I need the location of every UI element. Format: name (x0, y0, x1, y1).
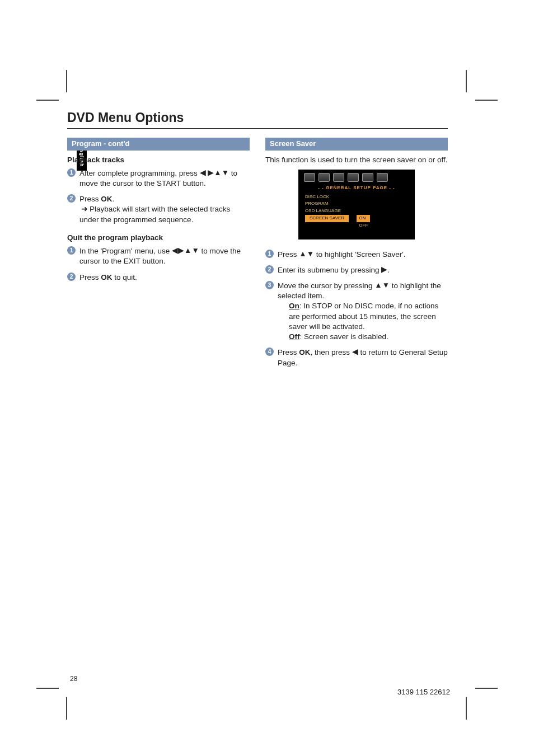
footer-code: 3139 115 22612 (397, 687, 450, 697)
arrow-down-icon: ▼ (307, 249, 314, 259)
osd-icon-row (301, 172, 413, 185)
osd-option-off: OFF (357, 222, 370, 229)
step-text: In the 'Program' menu, use (79, 247, 172, 255)
section-header-program: Program - cont'd (67, 138, 250, 151)
quit-step-2: Press OK to quit. (67, 273, 250, 283)
arrow-down-icon: ▼ (222, 168, 229, 178)
ss-step-2: Enter its submenu by pressing ▶. (265, 265, 448, 275)
section-header-screensaver: Screen Saver (265, 138, 448, 151)
osd-page-title: - - GENERAL SETUP PAGE - - (301, 185, 413, 194)
screensaver-steps: Press ▲▼ to highlight 'Screen Saver'. En… (265, 250, 448, 368)
subhead-playback-tracks: Playback tracks (67, 155, 250, 165)
step-note: Playback will start with the selected tr… (79, 205, 230, 223)
screensaver-intro: This function is used to turn the screen… (265, 155, 448, 165)
quit-step-1: In the 'Program' menu, use ◀▶▲▼ to move … (67, 246, 250, 266)
step-text: Press (278, 348, 299, 356)
arrow-up-icon: ▲ (299, 249, 306, 259)
ss-step-1: Press ▲▼ to highlight 'Screen Saver'. (265, 250, 448, 260)
ok-key: OK (101, 195, 112, 203)
arrow-right-icon: ▶ (381, 265, 387, 275)
quit-steps: In the 'Program' menu, use ◀▶▲▼ to move … (67, 246, 250, 283)
left-column: Program - cont'd Playback tracks After c… (67, 138, 250, 374)
crop-mark-bl (50, 672, 84, 706)
page-title: DVD Menu Options (67, 109, 448, 129)
osd-menu-item: DISC LOCK (301, 194, 413, 201)
subhead-quit-playback: Quit the program playback (67, 233, 250, 243)
osd-menu-item: PROGRAM (301, 200, 413, 208)
osd-option-on: ON (357, 215, 370, 222)
arrow-up-icon: ▲ (184, 246, 191, 256)
ss-step-3: Move the cursor by pressing ▲▼ to highli… (265, 281, 448, 342)
manual-page: English DVD Menu Options Program - cont'… (0, 0, 534, 756)
ss-step-4: Press OK, then press ◀ to return to Gene… (265, 348, 448, 368)
step-text: Press (79, 195, 101, 203)
option-off-text: : Screen saver is disabled. (300, 332, 388, 341)
osd-tab-icon (377, 173, 388, 182)
arrow-down-icon: ▼ (191, 246, 199, 256)
step-text: to quit. (113, 273, 137, 281)
step-text: Move the cursor by pressing (278, 281, 374, 290)
step-text: . (387, 266, 390, 274)
arrow-down-icon: ▼ (382, 280, 390, 290)
arrow-left-icon: ◀ (352, 347, 358, 357)
crop-mark-br (450, 672, 484, 706)
playback-step-2: Press OK. ➜Playback will start with the … (67, 194, 250, 225)
step-text: , then press (311, 348, 352, 356)
playback-step-1: After complete programming, press ◀ ▶▲▼ … (67, 168, 250, 189)
page-content: DVD Menu Options Program - cont'd Playba… (67, 109, 448, 374)
ok-key: OK (101, 273, 112, 281)
step-text: Press (278, 250, 299, 259)
arrow-right-icon: ▶ (178, 246, 184, 256)
osd-screenshot: - - GENERAL SETUP PAGE - - DISC LOCK PRO… (298, 170, 415, 240)
option-on-label: On (289, 302, 299, 310)
osd-tab-icon (348, 173, 359, 182)
playback-steps: After complete programming, press ◀ ▶▲▼ … (67, 168, 250, 225)
arrow-right-icon: ▶ (208, 168, 214, 178)
step-text: to highlight 'Screen Saver'. (314, 250, 406, 259)
arrow-left-icon: ◀ (172, 246, 178, 256)
arrow-left-icon: ◀ (200, 168, 206, 178)
right-column: Screen Saver This function is used to tu… (265, 138, 448, 374)
option-off-label: Off (289, 332, 300, 341)
step-text: Enter its submenu by pressing (278, 266, 381, 274)
page-number: 28 (70, 674, 77, 683)
osd-tab-icon (304, 173, 315, 182)
osd-tab-icon (333, 173, 344, 182)
osd-menu-item: OSD LANGUAGE (301, 208, 413, 215)
step-text: . (113, 195, 115, 203)
step-text: After complete programming, press (79, 169, 200, 177)
arrow-up-icon: ▲ (374, 280, 382, 290)
osd-tab-icon (318, 173, 330, 182)
osd-menu-item-highlight: SCREEN SAVER (305, 215, 349, 222)
option-on-text: : In STOP or No DISC mode, if no actions… (289, 302, 438, 330)
step-text: Press (79, 273, 101, 281)
ok-key: OK (299, 348, 310, 356)
arrow-up-icon: ▲ (214, 168, 221, 178)
crop-mark-tr (450, 84, 484, 118)
osd-tab-icon (362, 173, 373, 182)
